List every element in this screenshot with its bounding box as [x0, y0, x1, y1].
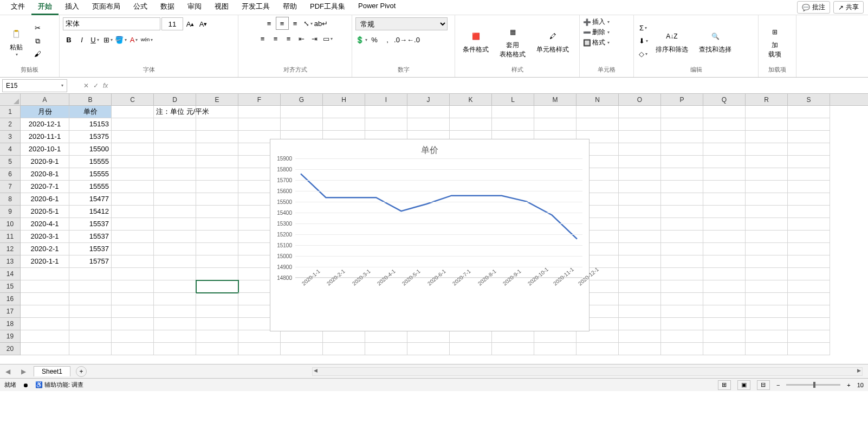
cell-C10[interactable] — [112, 218, 154, 231]
cell-P3[interactable] — [661, 131, 703, 143]
col-header-R[interactable]: R — [746, 94, 788, 105]
align-right-button[interactable]: ≡ — [283, 33, 295, 44]
cell-K19[interactable] — [450, 330, 492, 343]
cell-D6[interactable] — [154, 168, 196, 181]
cell-E19[interactable] — [196, 330, 238, 343]
cell-E9[interactable] — [196, 206, 238, 218]
cell-P7[interactable] — [661, 181, 703, 193]
cell-R14[interactable] — [746, 268, 788, 280]
cell-S7[interactable] — [788, 181, 830, 193]
cell-Q20[interactable] — [703, 343, 746, 355]
cell-B7[interactable]: 15555 — [69, 181, 112, 193]
cell-A15[interactable] — [21, 280, 69, 293]
cell-S3[interactable] — [788, 131, 830, 143]
cell-N1[interactable] — [576, 106, 619, 118]
cell-A12[interactable]: 2020-2-1 — [21, 243, 69, 255]
cell-R7[interactable] — [746, 181, 788, 193]
cell-Q8[interactable] — [703, 193, 746, 206]
cell-A13[interactable]: 2020-1-1 — [21, 255, 69, 268]
merge-button[interactable]: ▭▾ — [322, 33, 334, 44]
cell-B17[interactable] — [69, 305, 112, 318]
cell-C2[interactable] — [112, 118, 154, 131]
col-header-O[interactable]: O — [619, 94, 661, 105]
col-header-M[interactable]: M — [534, 94, 576, 105]
cell-I19[interactable] — [365, 330, 407, 343]
menu-item-文件[interactable]: 文件 — [4, 0, 31, 15]
orientation-button[interactable]: ⤡▾ — [302, 17, 314, 29]
cell-O17[interactable] — [619, 305, 661, 318]
cell-D14[interactable] — [154, 268, 196, 280]
cell-D20[interactable] — [154, 343, 196, 355]
cell-O8[interactable] — [619, 193, 661, 206]
cell-I20[interactable] — [365, 343, 407, 355]
cell-F1[interactable] — [238, 106, 281, 118]
cell-D1[interactable]: 注：单位 元/平米 — [154, 106, 196, 118]
cell-B15[interactable] — [69, 280, 112, 293]
cell-E3[interactable] — [196, 131, 238, 143]
cell-P10[interactable] — [661, 218, 703, 231]
cell-S6[interactable] — [788, 168, 830, 181]
cell-D13[interactable] — [154, 255, 196, 268]
cell-K2[interactable] — [450, 118, 492, 131]
cell-E8[interactable] — [196, 193, 238, 206]
font-name-select[interactable] — [63, 17, 160, 30]
cell-D9[interactable] — [154, 206, 196, 218]
cell-E13[interactable] — [196, 255, 238, 268]
row-header-16[interactable]: 16 — [0, 293, 20, 305]
cell-C11[interactable] — [112, 231, 154, 243]
col-header-N[interactable]: N — [576, 94, 619, 105]
cell-A2[interactable]: 2020-12-1 — [21, 118, 69, 131]
row-header-17[interactable]: 17 — [0, 305, 20, 318]
cell-D2[interactable] — [154, 118, 196, 131]
cell-J20[interactable] — [407, 343, 450, 355]
cell-D4[interactable] — [154, 143, 196, 156]
cell-C4[interactable] — [112, 143, 154, 156]
tab-nav-next[interactable]: ▶ — [16, 368, 31, 375]
cell-A19[interactable] — [21, 330, 69, 343]
cell-D19[interactable] — [154, 330, 196, 343]
fill-color-button[interactable]: 🪣▾ — [115, 34, 127, 46]
cell-C17[interactable] — [112, 305, 154, 318]
cell-A7[interactable]: 2020-7-1 — [21, 181, 69, 193]
cell-D11[interactable] — [154, 231, 196, 243]
cell-O9[interactable] — [619, 206, 661, 218]
cell-O4[interactable] — [619, 143, 661, 156]
cell-C8[interactable] — [112, 193, 154, 206]
increase-indent-button[interactable]: ⇥ — [309, 33, 321, 44]
cell-E17[interactable] — [196, 305, 238, 318]
cell-E16[interactable] — [196, 293, 238, 305]
cell-A18[interactable] — [21, 318, 69, 330]
cell-O5[interactable] — [619, 156, 661, 168]
cell-E15[interactable] — [196, 280, 238, 293]
cell-O7[interactable] — [619, 181, 661, 193]
select-all-corner[interactable] — [0, 94, 21, 106]
cell-N2[interactable] — [576, 118, 619, 131]
cell-A9[interactable]: 2020-5-1 — [21, 206, 69, 218]
cell-S18[interactable] — [788, 318, 830, 330]
cell-O13[interactable] — [619, 255, 661, 268]
cell-P14[interactable] — [661, 268, 703, 280]
row-header-12[interactable]: 12 — [0, 243, 20, 255]
cell-C19[interactable] — [112, 330, 154, 343]
cell-A16[interactable] — [21, 293, 69, 305]
cell-D16[interactable] — [154, 293, 196, 305]
cell-J1[interactable] — [407, 106, 450, 118]
col-header-I[interactable]: I — [365, 94, 407, 105]
cell-A5[interactable]: 2020-9-1 — [21, 156, 69, 168]
row-header-7[interactable]: 7 — [0, 181, 20, 193]
cell-C15[interactable] — [112, 280, 154, 293]
cell-P9[interactable] — [661, 206, 703, 218]
cell-Q9[interactable] — [703, 206, 746, 218]
menu-item-Power Pivot[interactable]: Power Pivot — [352, 0, 402, 15]
formula-input[interactable] — [113, 79, 868, 92]
tab-nav-prev[interactable]: ◀ — [0, 368, 16, 375]
cell-Q5[interactable] — [703, 156, 746, 168]
cell-C7[interactable] — [112, 181, 154, 193]
cell-S12[interactable] — [788, 243, 830, 255]
cell-Q6[interactable] — [703, 168, 746, 181]
insert-cells-button[interactable]: ➕插入▾ — [583, 17, 630, 27]
cell-I2[interactable] — [365, 118, 407, 131]
cell-Q4[interactable] — [703, 143, 746, 156]
fill-button[interactable]: ⬇▾ — [637, 35, 649, 47]
cell-Q1[interactable] — [703, 106, 746, 118]
